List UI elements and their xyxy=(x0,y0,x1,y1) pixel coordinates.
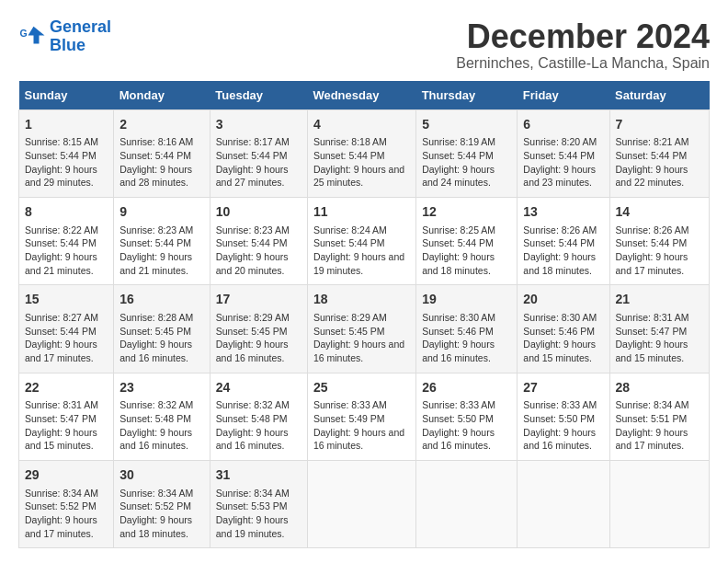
daylight-text: Daylight: 9 hours and 16 minutes. xyxy=(216,339,289,363)
calendar-cell: 9Sunrise: 8:23 AMSunset: 5:44 PMDaylight… xyxy=(114,197,210,284)
calendar-cell: 21Sunrise: 8:31 AMSunset: 5:47 PMDayligh… xyxy=(609,285,710,373)
week-row-5: 29Sunrise: 8:34 AMSunset: 5:52 PMDayligh… xyxy=(19,460,710,547)
header-wednesday: Wednesday xyxy=(307,81,415,110)
calendar-cell: 6Sunrise: 8:20 AMSunset: 5:44 PMDaylight… xyxy=(518,109,609,197)
sunrise-text: Sunrise: 8:33 AM xyxy=(313,399,387,410)
sunrise-text: Sunrise: 8:23 AM xyxy=(216,224,290,236)
daylight-text: Daylight: 9 hours and 16 minutes. xyxy=(422,427,495,452)
day-number: 9 xyxy=(119,203,204,222)
sunrise-text: Sunrise: 8:30 AM xyxy=(422,312,495,323)
sunset-text: Sunset: 5:53 PM xyxy=(216,500,288,511)
calendar-cell xyxy=(416,460,518,547)
sunset-text: Sunset: 5:48 PM xyxy=(119,413,191,424)
daylight-text: Daylight: 9 hours and 16 minutes. xyxy=(422,339,495,363)
sunset-text: Sunset: 5:51 PM xyxy=(616,413,688,424)
daylight-text: Daylight: 9 hours and 16 minutes. xyxy=(119,427,192,452)
sunrise-text: Sunrise: 8:29 AM xyxy=(313,312,387,323)
daylight-text: Daylight: 9 hours and 17 minutes. xyxy=(25,514,97,539)
header-row: SundayMondayTuesdayWednesdayThursdayFrid… xyxy=(19,81,710,110)
day-number: 22 xyxy=(25,379,108,397)
calendar-cell: 31Sunrise: 8:34 AMSunset: 5:53 PMDayligh… xyxy=(210,460,307,547)
sunset-text: Sunset: 5:50 PM xyxy=(523,413,595,424)
svg-marker-1 xyxy=(28,27,45,44)
title-block: December 2024 Berninches, Castille-La Ma… xyxy=(456,18,710,72)
calendar-cell: 13Sunrise: 8:26 AMSunset: 5:44 PMDayligh… xyxy=(518,197,609,284)
daylight-text: Daylight: 9 hours and 22 minutes. xyxy=(616,164,688,189)
sunset-text: Sunset: 5:44 PM xyxy=(523,150,595,161)
daylight-text: Daylight: 9 hours and 17 minutes. xyxy=(25,339,97,363)
daylight-text: Daylight: 9 hours and 23 minutes. xyxy=(523,164,596,189)
sunset-text: Sunset: 5:44 PM xyxy=(422,150,494,161)
daylight-text: Daylight: 9 hours and 16 minutes. xyxy=(216,427,289,452)
daylight-text: Daylight: 9 hours and 15 minutes. xyxy=(616,339,688,363)
sunrise-text: Sunrise: 8:28 AM xyxy=(119,312,193,323)
sunrise-text: Sunrise: 8:23 AM xyxy=(119,224,193,236)
daylight-text: Daylight: 9 hours and 21 minutes. xyxy=(25,251,97,276)
day-number: 4 xyxy=(313,116,410,134)
day-number: 25 xyxy=(313,379,410,397)
sunrise-text: Sunrise: 8:29 AM xyxy=(216,312,290,323)
day-number: 8 xyxy=(25,203,108,222)
calendar-table: SundayMondayTuesdayWednesdayThursdayFrid… xyxy=(18,81,710,549)
calendar-subtitle: Berninches, Castille-La Mancha, Spain xyxy=(456,55,710,72)
calendar-cell: 14Sunrise: 8:26 AMSunset: 5:44 PMDayligh… xyxy=(609,197,710,284)
sunset-text: Sunset: 5:44 PM xyxy=(523,237,595,248)
calendar-cell: 5Sunrise: 8:19 AMSunset: 5:44 PMDaylight… xyxy=(416,109,518,197)
daylight-text: Daylight: 9 hours and 24 minutes. xyxy=(422,164,495,189)
sunrise-text: Sunrise: 8:30 AM xyxy=(523,312,597,323)
sunset-text: Sunset: 5:52 PM xyxy=(25,500,97,511)
sunset-text: Sunset: 5:45 PM xyxy=(119,326,191,337)
sunset-text: Sunset: 5:46 PM xyxy=(422,326,494,337)
sunrise-text: Sunrise: 8:31 AM xyxy=(25,399,98,410)
day-number: 10 xyxy=(216,203,301,222)
sunset-text: Sunset: 5:48 PM xyxy=(216,413,288,424)
daylight-text: Daylight: 9 hours and 29 minutes. xyxy=(25,164,97,189)
daylight-text: Daylight: 9 hours and 16 minutes. xyxy=(313,339,404,363)
daylight-text: Daylight: 9 hours and 16 minutes. xyxy=(313,427,404,452)
day-number: 12 xyxy=(422,203,511,222)
sunrise-text: Sunrise: 8:19 AM xyxy=(422,136,495,147)
header-tuesday: Tuesday xyxy=(210,81,307,110)
daylight-text: Daylight: 9 hours and 17 minutes. xyxy=(616,427,688,452)
calendar-title: December 2024 xyxy=(456,18,710,55)
day-number: 6 xyxy=(523,116,603,134)
sunset-text: Sunset: 5:44 PM xyxy=(25,326,97,337)
sunset-text: Sunset: 5:45 PM xyxy=(216,326,288,337)
sunrise-text: Sunrise: 8:18 AM xyxy=(313,136,387,147)
sunset-text: Sunset: 5:44 PM xyxy=(25,150,97,161)
daylight-text: Daylight: 9 hours and 19 minutes. xyxy=(216,514,289,539)
sunset-text: Sunset: 5:49 PM xyxy=(313,413,385,424)
calendar-cell: 19Sunrise: 8:30 AMSunset: 5:46 PMDayligh… xyxy=(416,285,518,373)
day-number: 28 xyxy=(616,379,704,397)
sunset-text: Sunset: 5:44 PM xyxy=(313,237,385,248)
day-number: 1 xyxy=(25,116,108,134)
day-number: 16 xyxy=(119,291,204,309)
svg-text:G: G xyxy=(20,28,28,39)
daylight-text: Daylight: 9 hours and 15 minutes. xyxy=(523,339,596,363)
sunset-text: Sunset: 5:47 PM xyxy=(616,326,688,337)
sunrise-text: Sunrise: 8:34 AM xyxy=(25,488,98,499)
sunset-text: Sunset: 5:44 PM xyxy=(422,237,494,248)
day-number: 18 xyxy=(313,291,410,309)
sunrise-text: Sunrise: 8:32 AM xyxy=(216,399,290,410)
week-row-2: 8Sunrise: 8:22 AMSunset: 5:44 PMDaylight… xyxy=(19,197,710,284)
calendar-cell: 10Sunrise: 8:23 AMSunset: 5:44 PMDayligh… xyxy=(210,197,307,284)
day-number: 21 xyxy=(616,291,704,309)
daylight-text: Daylight: 9 hours and 16 minutes. xyxy=(523,427,596,452)
calendar-cell: 3Sunrise: 8:17 AMSunset: 5:44 PMDaylight… xyxy=(210,109,307,197)
sunset-text: Sunset: 5:47 PM xyxy=(25,413,97,424)
day-number: 7 xyxy=(616,116,704,134)
day-number: 19 xyxy=(422,291,511,309)
daylight-text: Daylight: 9 hours and 18 minutes. xyxy=(422,251,495,276)
sunset-text: Sunset: 5:44 PM xyxy=(25,237,97,248)
daylight-text: Daylight: 9 hours and 21 minutes. xyxy=(119,251,192,276)
calendar-cell: 26Sunrise: 8:33 AMSunset: 5:50 PMDayligh… xyxy=(416,373,518,460)
daylight-text: Daylight: 9 hours and 19 minutes. xyxy=(313,251,404,276)
logo: G GeneralBlue xyxy=(18,18,111,55)
daylight-text: Daylight: 9 hours and 27 minutes. xyxy=(216,164,289,189)
day-number: 5 xyxy=(422,116,511,134)
week-row-1: 1Sunrise: 8:15 AMSunset: 5:44 PMDaylight… xyxy=(19,109,710,197)
calendar-cell xyxy=(609,460,710,547)
sunset-text: Sunset: 5:44 PM xyxy=(216,237,288,248)
sunrise-text: Sunrise: 8:22 AM xyxy=(25,224,98,236)
